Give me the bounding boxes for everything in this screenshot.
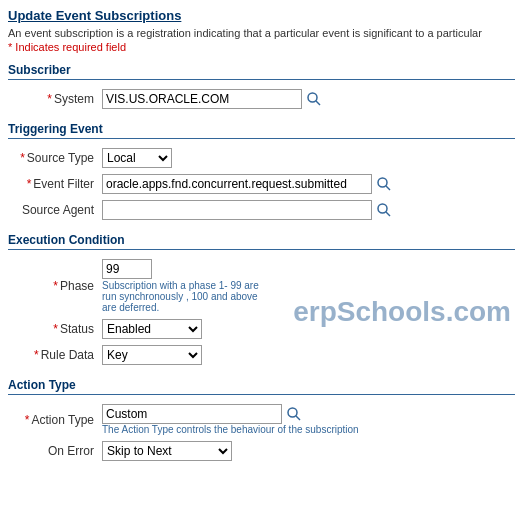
search-icon <box>376 202 392 218</box>
required-star: * <box>27 177 32 191</box>
svg-point-0 <box>308 93 317 102</box>
phase-input[interactable] <box>102 259 152 279</box>
required-star: * <box>20 151 25 165</box>
required-note: * Indicates required field <box>8 41 515 53</box>
svg-line-3 <box>386 186 390 190</box>
page-description: An event subscription is a registration … <box>8 27 515 39</box>
event-filter-label: Event Filter <box>33 177 94 191</box>
svg-point-2 <box>378 178 387 187</box>
system-input[interactable] <box>102 89 302 109</box>
action-type-section-header: Action Type <box>8 376 515 395</box>
required-star: * <box>47 92 52 106</box>
on-error-select[interactable]: Skip to Next Stop and Rollback Ignore <box>102 441 232 461</box>
search-icon <box>286 406 302 422</box>
action-type-hint: The Action Type controls the behaviour o… <box>102 424 511 435</box>
action-type-input[interactable] <box>102 404 282 424</box>
execution-condition-section-header: Execution Condition <box>8 231 515 250</box>
system-label: System <box>54 92 94 106</box>
phase-label: Phase <box>60 279 94 293</box>
search-icon <box>306 91 322 107</box>
on-error-label: On Error <box>48 444 94 458</box>
subscriber-section-header: Subscriber <box>8 61 515 80</box>
action-type-search-button[interactable] <box>284 406 304 422</box>
source-agent-input[interactable] <box>102 200 372 220</box>
system-search-button[interactable] <box>304 91 324 107</box>
rule-data-label: Rule Data <box>41 348 94 362</box>
required-star: * <box>53 322 58 336</box>
svg-point-6 <box>288 408 297 417</box>
svg-line-5 <box>386 212 390 216</box>
status-label: Status <box>60 322 94 336</box>
event-filter-search-button[interactable] <box>374 176 394 192</box>
svg-point-4 <box>378 204 387 213</box>
source-type-select[interactable]: Local External Any <box>102 148 172 168</box>
svg-line-7 <box>296 416 300 420</box>
phase-hint: Subscription with a phase 1- 99 are run … <box>102 280 269 313</box>
rule-data-select[interactable]: Key Message None <box>102 345 202 365</box>
triggering-event-section-header: Triggering Event <box>8 120 515 139</box>
status-select[interactable]: Enabled Disabled <box>102 319 202 339</box>
action-type-label: Action Type <box>32 413 94 427</box>
watermark: erpSchools.com <box>293 294 511 330</box>
page-title: Update Event Subscriptions <box>8 8 515 23</box>
search-icon <box>376 176 392 192</box>
source-type-label: Source Type <box>27 151 94 165</box>
required-star: * <box>53 279 58 293</box>
required-star: * <box>25 413 30 427</box>
source-agent-search-button[interactable] <box>374 202 394 218</box>
svg-line-1 <box>316 101 320 105</box>
required-star: * <box>34 348 39 362</box>
source-agent-label: Source Agent <box>22 203 94 217</box>
event-filter-input[interactable] <box>102 174 372 194</box>
